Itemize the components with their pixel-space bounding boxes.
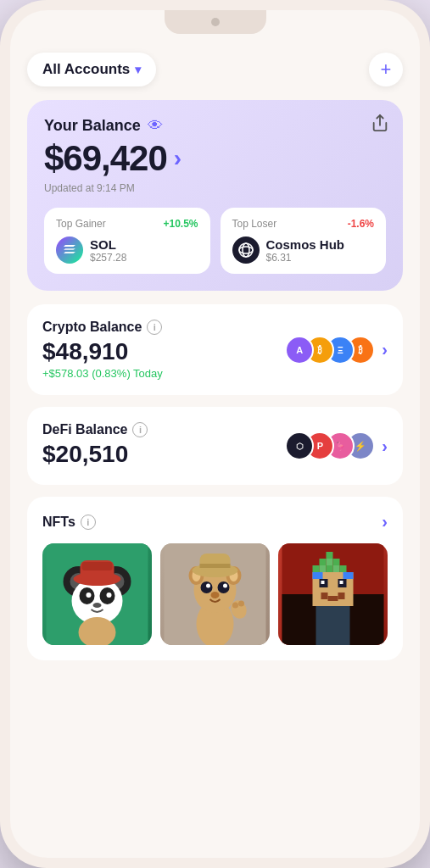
svg-point-35 [232, 603, 238, 609]
sol-price: $257.28 [90, 252, 126, 264]
svg-point-13 [107, 593, 112, 598]
svg-rect-42 [333, 559, 340, 565]
share-button[interactable] [371, 114, 389, 136]
svg-rect-53 [321, 593, 328, 599]
svg-rect-46 [333, 565, 340, 572]
nft-chevron-icon[interactable]: › [382, 512, 388, 531]
svg-point-28 [206, 584, 210, 588]
svg-rect-17 [82, 562, 113, 570]
svg-point-30 [211, 592, 220, 598]
header: All Accounts ▾ + [27, 41, 403, 100]
svg-rect-44 [320, 565, 327, 572]
nft-grid [42, 543, 388, 645]
svg-rect-52 [340, 581, 343, 584]
top-gainer-card[interactable]: Top Gainer +10.5% [44, 208, 210, 274]
nft-2-image [160, 543, 270, 645]
svg-point-2 [243, 243, 249, 257]
top-loser-percent: -1.6% [348, 218, 374, 230]
crypto-balance-title: Crypto Balance [42, 320, 142, 335]
svg-point-27 [218, 581, 230, 593]
svg-point-12 [87, 593, 92, 598]
nft-info-icon[interactable]: i [81, 515, 96, 530]
crypto-balance-card[interactable]: Crypto Balance i $48,910 +$578.03 (0.83%… [27, 304, 403, 395]
sol-icon [56, 236, 83, 264]
defi-info-icon[interactable]: i [132, 422, 148, 437]
coin-1: A [285, 336, 314, 364]
cosmos-name: Cosmos Hub [266, 237, 345, 252]
all-accounts-label: All Accounts [42, 61, 130, 78]
svg-rect-58 [316, 606, 350, 645]
svg-rect-55 [338, 593, 345, 599]
eye-icon[interactable]: 👁 [148, 117, 163, 135]
balance-updated-text: Updated at 9:14 PM [44, 182, 386, 194]
top-gainer-percent: +10.5% [163, 218, 198, 230]
svg-rect-33 [200, 564, 231, 568]
balance-amount: $69,420 [44, 138, 167, 179]
svg-rect-56 [313, 572, 323, 579]
svg-point-29 [223, 584, 227, 588]
svg-rect-40 [320, 559, 327, 565]
cosmos-icon [232, 236, 260, 264]
crypto-balance-change: +$578.03 (0.83%) Today [42, 367, 163, 380]
svg-rect-41 [327, 559, 333, 565]
defi-balance-card[interactable]: DeFi Balance i $20,510 ⬡ P 🦩 ⚡ › [27, 407, 403, 485]
balance-title: Your Balance [44, 117, 141, 135]
camera [211, 18, 220, 26]
balance-arrow-icon[interactable]: › [174, 145, 181, 172]
top-loser-card[interactable]: Top Loser -1.6% [221, 208, 387, 274]
svg-rect-54 [328, 596, 338, 601]
nft-item-2[interactable] [160, 543, 270, 645]
defi-balance-amount: $20,510 [42, 441, 148, 468]
defi-coin-stack: ⬡ P 🦩 ⚡ [285, 431, 375, 460]
svg-rect-32 [200, 554, 231, 572]
crypto-chevron-icon: › [382, 340, 388, 359]
svg-rect-45 [327, 565, 333, 572]
svg-rect-57 [343, 572, 354, 579]
svg-point-26 [201, 581, 213, 593]
defi-chevron-icon: › [382, 437, 388, 456]
top-gainer-label: Top Gainer [56, 218, 106, 230]
chevron-down-icon: ▾ [135, 63, 141, 76]
nft-item-1[interactable] [42, 543, 152, 645]
top-loser-label: Top Loser [232, 218, 277, 230]
svg-rect-51 [321, 581, 325, 584]
nft-3-image [278, 543, 388, 645]
notch [165, 10, 266, 34]
defi-balance-title: DeFi Balance [42, 422, 127, 437]
share-icon [371, 114, 389, 132]
balance-card: Your Balance 👁 $69,420 › Updated at 9:14… [27, 100, 403, 291]
svg-point-3 [239, 247, 253, 253]
add-icon: + [381, 58, 392, 81]
svg-rect-43 [313, 565, 320, 572]
svg-rect-47 [340, 565, 347, 572]
svg-point-1 [239, 243, 253, 257]
add-button[interactable]: + [369, 53, 403, 86]
nft-1-image [42, 543, 152, 645]
nft-section: NFTs i › [27, 497, 403, 660]
svg-point-14 [93, 603, 102, 608]
sol-name: SOL [90, 237, 126, 252]
svg-point-36 [238, 601, 244, 607]
svg-rect-39 [327, 552, 333, 559]
all-accounts-button[interactable]: All Accounts ▾ [27, 53, 156, 86]
crypto-balance-amount: $48,910 [42, 338, 163, 365]
cosmos-price: $6.31 [266, 252, 345, 264]
nft-title: NFTs [42, 515, 75, 530]
crypto-coin-stack: A ₿ Ξ ₿ [285, 336, 375, 364]
nft-item-3[interactable] [278, 543, 388, 645]
crypto-info-icon[interactable]: i [147, 320, 162, 335]
